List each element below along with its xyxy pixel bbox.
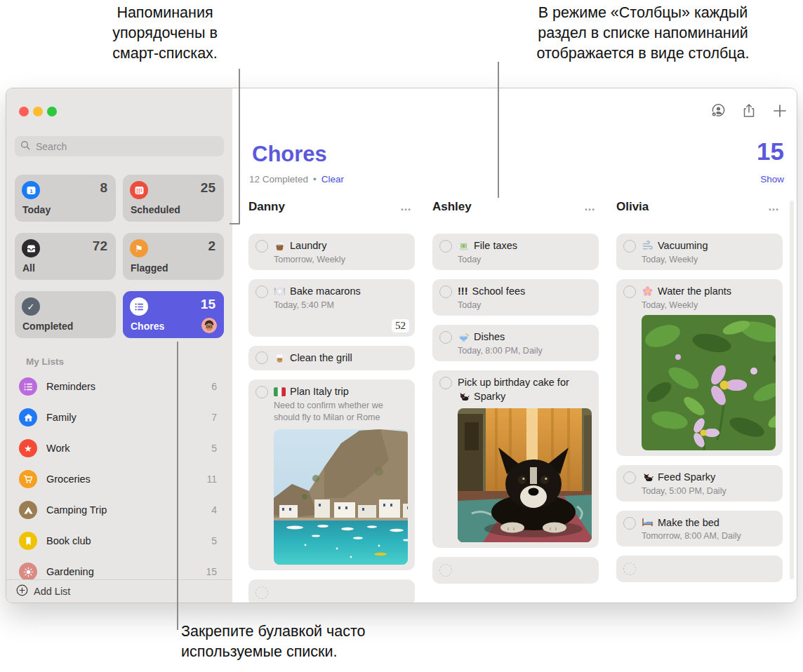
list-count: 11 — [206, 473, 217, 485]
task-checkbox[interactable] — [255, 240, 268, 253]
smart-list-completed[interactable]: ✓ Completed — [15, 291, 116, 338]
task-title: Make the bed — [658, 516, 719, 530]
task-checkbox[interactable] — [439, 331, 452, 344]
task-title: Feed Sparky — [658, 471, 715, 484]
search-input[interactable] — [34, 140, 218, 153]
sidebar-item-book-club[interactable]: Book club 5 — [12, 525, 227, 556]
smart-list-flagged[interactable]: ⚑ 2 Flagged — [123, 233, 224, 280]
task-checkbox[interactable] — [255, 285, 268, 298]
task-card-dishes[interactable]: Dishes Today, 8:00 PM, Daily — [432, 325, 599, 361]
share-icon[interactable] — [741, 102, 757, 119]
attachment-thumbnail[interactable]: 52 — [392, 319, 409, 332]
sidebar: 1 8 Today 25 Scheduled 72 All — [6, 88, 232, 603]
task-card-laundry[interactable]: Laundry Tomorrow, Weekly — [248, 234, 415, 270]
task-card-make-the-bed[interactable]: Make the bed Tomorrow, 8:00 AM, Daily — [616, 511, 783, 547]
column-more-button[interactable]: … — [584, 201, 599, 213]
column-more-button[interactable]: … — [768, 201, 783, 213]
new-task-checkbox[interactable] — [623, 563, 636, 575]
task-title: Dishes — [474, 330, 505, 344]
sun-icon — [19, 563, 37, 581]
sidebar-item-gardening[interactable]: Gardening 15 — [12, 556, 227, 581]
italy-coast-photo — [274, 429, 408, 565]
list-bullet-icon — [19, 377, 37, 396]
scrollbar[interactable] — [790, 201, 794, 579]
search-field[interactable] — [15, 136, 224, 156]
task-checkbox[interactable] — [439, 240, 452, 253]
sidebar-item-reminders[interactable]: Reminders 6 — [12, 371, 227, 402]
task-checkbox[interactable] — [255, 351, 268, 364]
dog-emoji — [642, 471, 653, 483]
callout-line-text: смарт-списках. — [70, 43, 260, 64]
task-checkbox[interactable] — [439, 377, 452, 389]
new-task-placeholder[interactable] — [248, 579, 415, 603]
task-card-file-taxes[interactable]: File taxes Today — [432, 234, 599, 270]
new-task-placeholder[interactable] — [616, 556, 783, 582]
task-title: Water the plants — [658, 285, 731, 298]
task-title: Sparky — [474, 390, 505, 403]
task-detail: Today, 5:00 PM, Daily — [642, 486, 776, 496]
smart-list-all[interactable]: 72 All — [15, 233, 116, 280]
column-title: Danny — [248, 200, 285, 214]
bowl-with-spoon-emoji — [458, 331, 470, 343]
list-count: 5 — [211, 535, 217, 546]
list-label: Work — [46, 443, 211, 454]
task-card-school-fees[interactable]: !!! School fees Today — [432, 279, 599, 316]
page-title: Chores — [252, 142, 327, 167]
new-task-checkbox[interactable] — [439, 564, 452, 577]
sidebar-item-camping-trip[interactable]: Camping Trip 4 — [12, 495, 227, 525]
task-checkbox[interactable] — [623, 240, 636, 253]
task-card-plan-italy-trip[interactable]: Plan Italy trip Need to confirm whether … — [248, 379, 415, 570]
close-button[interactable] — [19, 107, 29, 116]
task-detail: Tomorrow, 8:00 AM, Daily — [642, 531, 776, 541]
task-checkbox[interactable] — [623, 517, 636, 530]
task-detail: Today, 5:40 PM — [274, 300, 408, 310]
my-lists-header: My Lists — [26, 356, 64, 367]
task-card-water-the-plants[interactable]: Water the plants Today, Weekly — [616, 279, 783, 456]
task-card-clean-the-grill[interactable]: Clean the grill — [248, 346, 415, 370]
show-button[interactable]: Show — [760, 174, 784, 184]
new-task-placeholder[interactable] — [432, 557, 599, 584]
flowers-photo — [642, 315, 776, 450]
column-more-button[interactable]: … — [400, 201, 415, 213]
task-card-bake-macarons[interactable]: Bake macarons Today, 5:40 PM 52 — [248, 279, 415, 337]
collaborate-icon[interactable] — [710, 102, 726, 119]
zoom-button[interactable] — [47, 107, 57, 116]
minimize-button[interactable] — [33, 107, 43, 116]
completed-label: Completed — [22, 321, 73, 332]
sidebar-item-work[interactable]: ★ Work 5 — [12, 433, 227, 464]
all-label: All — [22, 262, 35, 274]
task-title: File taxes — [474, 239, 517, 253]
my-lists: Reminders 6 Family 7 ★ Work 5 — [12, 371, 227, 581]
new-task-checkbox[interactable] — [255, 586, 268, 599]
dash-emoji — [642, 240, 653, 252]
callout-pin-lists: Закрепите булавкой часто используемые сп… — [181, 621, 476, 662]
add-reminder-icon[interactable] — [771, 102, 788, 119]
task-detail: Today — [458, 300, 592, 310]
flagged-count: 2 — [208, 238, 215, 254]
blossom-emoji — [642, 285, 653, 297]
task-checkbox[interactable] — [623, 471, 636, 484]
chores-label: Chores — [131, 321, 164, 332]
task-checkbox[interactable] — [623, 285, 636, 298]
task-card-vacuuming[interactable]: Vacuuming Today, Weekly — [616, 234, 783, 270]
sidebar-item-groceries[interactable]: Groceries 11 — [12, 464, 227, 495]
tent-icon — [19, 501, 37, 519]
task-checkbox[interactable] — [255, 386, 268, 398]
priority-marker: !!! — [458, 285, 468, 298]
task-checkbox[interactable] — [439, 285, 452, 298]
task-card-birthday-cake-sparky[interactable]: Pick up birthday cake for Sparky — [432, 370, 599, 549]
shared-list-avatar — [201, 318, 217, 333]
smart-list-today[interactable]: 1 8 Today — [15, 175, 116, 222]
callout-connector-line — [239, 69, 240, 224]
smart-list-scheduled[interactable]: 25 Scheduled — [123, 175, 224, 222]
clear-button[interactable]: Clear — [321, 174, 344, 184]
task-card-feed-sparky[interactable]: Feed Sparky Today, 5:00 PM, Daily — [616, 465, 783, 502]
sidebar-item-family[interactable]: Family 7 — [12, 402, 227, 433]
callout-connector-line — [177, 342, 178, 630]
bed-emoji — [642, 516, 653, 528]
smart-list-chores-selected[interactable]: 15 Chores — [123, 291, 224, 338]
column-danny: Danny … Laundry Tomorrow, Weekly — [248, 199, 415, 603]
add-list-button[interactable]: Add List — [6, 579, 232, 603]
scheduled-label: Scheduled — [131, 204, 180, 215]
chores-count: 15 — [201, 297, 215, 312]
